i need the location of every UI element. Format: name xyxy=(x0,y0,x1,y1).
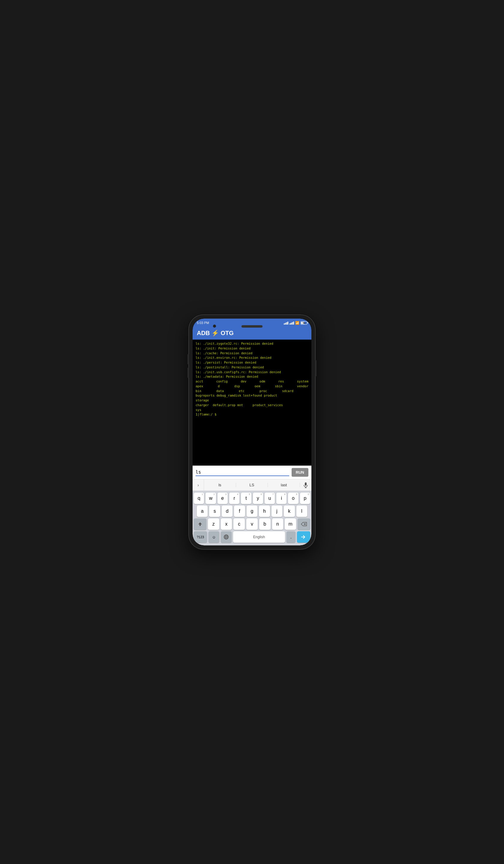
terminal-line: ls: ./init.usb.configfs.rc: Permission d… xyxy=(195,370,309,375)
key-row-2: a s d f g h j k l xyxy=(194,505,310,517)
key-i[interactable]: i8 xyxy=(276,493,287,504)
terminal-line: ls: ./init: Permission denied xyxy=(195,346,309,351)
key-u[interactable]: u7 xyxy=(265,493,275,504)
command-area: RUN xyxy=(193,466,311,479)
run-button[interactable]: RUN xyxy=(291,468,309,477)
space-key[interactable]: English xyxy=(233,531,285,543)
terminal-line: apexddspoemsbinvendor xyxy=(195,384,309,389)
keyboard: q1 w2 e3 r4 t5 y6 u7 i8 o9 p0 a s d f xyxy=(193,491,311,545)
terminal-line: sys xyxy=(195,408,309,412)
terminal-line: ls: ./cache: Permission denied xyxy=(195,351,309,356)
enter-key[interactable] xyxy=(297,531,310,543)
signal-bar xyxy=(291,323,291,325)
terminal-line: bugreports debug_ramdisk lost+found prod… xyxy=(195,393,309,398)
key-l[interactable]: l xyxy=(296,505,307,517)
terminal-line: ls: ./metadata: Permission denied xyxy=(195,374,309,379)
key-j[interactable]: j xyxy=(272,505,282,517)
phone-screen: 5:03 PM xyxy=(193,319,311,545)
key-row-3: z x c v b n m xyxy=(194,518,310,530)
signal-bar xyxy=(285,323,286,325)
key-h[interactable]: h xyxy=(259,505,270,517)
screen-content: 5:03 PM xyxy=(193,319,311,545)
terminal-line: ls: ./postinstall: Permission denied xyxy=(195,365,309,370)
autocomplete-items: ls LS last xyxy=(204,483,300,487)
command-input-wrapper xyxy=(195,469,289,476)
sym-key[interactable]: ?123 xyxy=(194,531,207,543)
key-q[interactable]: q1 xyxy=(194,493,204,504)
status-time: 5:03 PM xyxy=(197,321,209,325)
shift-key[interactable] xyxy=(194,518,206,530)
volume-down-button[interactable] xyxy=(188,368,189,378)
signal-bars-2 xyxy=(289,321,294,325)
app-title: ADB ⚡ OTG xyxy=(197,330,234,336)
power-button[interactable] xyxy=(315,360,316,376)
battery-level: 54 xyxy=(303,322,305,324)
key-x[interactable]: x xyxy=(221,518,232,530)
emoji-key[interactable]: ☺ xyxy=(208,531,219,543)
terminal-line: ls: ./persist: Permission denied xyxy=(195,360,309,365)
speaker xyxy=(241,325,263,328)
signal-bar xyxy=(284,323,285,325)
autocomplete-item-ls-upper[interactable]: LS xyxy=(236,483,268,487)
signal-bar xyxy=(286,322,287,325)
key-p[interactable]: p0 xyxy=(300,493,310,504)
key-v[interactable]: v xyxy=(246,518,258,530)
key-e[interactable]: e3 xyxy=(217,493,228,504)
battery-icon: 54 xyxy=(301,321,307,325)
key-c[interactable]: c xyxy=(233,518,245,530)
terminal-line: ls: ./init.zygote32.rc: Permission denie… xyxy=(195,341,309,346)
signal-bar xyxy=(289,323,290,325)
key-n[interactable]: n xyxy=(272,518,284,530)
command-input[interactable] xyxy=(195,469,289,476)
signal-bar xyxy=(293,322,294,325)
key-s[interactable]: s xyxy=(209,505,220,517)
key-d[interactable]: d xyxy=(222,505,232,517)
autocomplete-arrow[interactable]: › xyxy=(193,479,204,491)
mic-button[interactable] xyxy=(300,479,311,491)
app-title-suffix: OTG xyxy=(219,330,234,336)
app-header: ADB ⚡ OTG xyxy=(193,327,311,339)
key-b[interactable]: b xyxy=(259,518,271,530)
key-o[interactable]: o9 xyxy=(288,493,298,504)
key-a[interactable]: a xyxy=(197,505,208,517)
signal-bar xyxy=(292,322,293,325)
svg-rect-0 xyxy=(305,482,307,486)
key-row-1: q1 w2 e3 r4 t5 y6 u7 i8 o9 p0 xyxy=(194,493,310,504)
key-y[interactable]: y6 xyxy=(253,493,263,504)
key-row-4: ?123 ☺ English . xyxy=(194,531,310,543)
autocomplete-item-last[interactable]: last xyxy=(268,483,300,487)
terminal-output: ls: ./init.zygote32.rc: Permission denie… xyxy=(193,339,311,466)
wifi-icon: 📶 xyxy=(295,321,299,325)
app-bolt: ⚡ xyxy=(212,330,219,336)
autocomplete-bar: › ls LS last xyxy=(193,479,311,491)
key-m[interactable]: m xyxy=(285,518,296,530)
volume-up-button[interactable] xyxy=(188,354,189,364)
backspace-key[interactable] xyxy=(298,518,310,530)
key-g[interactable]: g xyxy=(247,505,257,517)
key-f[interactable]: f xyxy=(234,505,245,517)
signal-bars-1 xyxy=(284,321,288,325)
key-t[interactable]: t5 xyxy=(241,493,251,504)
terminal-prompt: 1|flame:/ $ xyxy=(195,412,309,417)
terminal-line: charger default.prop mnt product_service… xyxy=(195,403,309,408)
app-title-prefix: ADB xyxy=(197,330,212,336)
key-r[interactable]: r4 xyxy=(229,493,239,504)
autocomplete-item-ls[interactable]: ls xyxy=(204,483,236,487)
terminal-line: ls: ./init.environ.rc: Permission denied xyxy=(195,356,309,360)
terminal-line: acctconfigdevodmressystem xyxy=(195,379,309,384)
signal-bar xyxy=(287,322,288,325)
phone-device: 5:03 PM xyxy=(189,315,315,549)
lang-key[interactable] xyxy=(221,531,232,543)
key-k[interactable]: k xyxy=(284,505,295,517)
camera xyxy=(213,325,216,328)
key-w[interactable]: w2 xyxy=(205,493,216,504)
terminal-line: storage xyxy=(195,398,309,403)
terminal-line: bindataetcprocsdcard xyxy=(195,389,309,394)
dot-key[interactable]: . xyxy=(287,531,296,543)
key-z[interactable]: z xyxy=(208,518,219,530)
status-icons: 📶 54 xyxy=(284,321,307,325)
